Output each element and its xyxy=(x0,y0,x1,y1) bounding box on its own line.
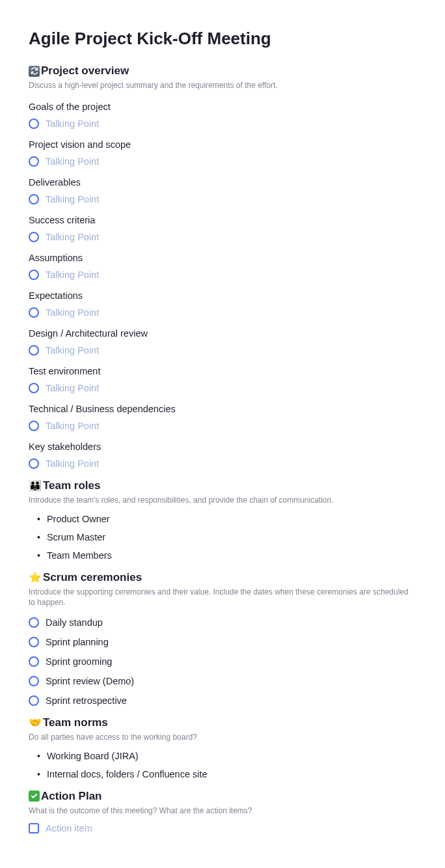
talking-point-row[interactable]: Talking Point xyxy=(29,307,416,318)
ceremony-label: Sprint review (Demo) xyxy=(46,676,134,686)
list-item: Working Board (JIRA) xyxy=(29,751,416,761)
section-team-norms-header: 🤝 Team norms xyxy=(29,716,416,729)
star-icon: ⭐ xyxy=(29,572,42,583)
radio-icon[interactable] xyxy=(29,637,39,647)
ceremony-row[interactable]: Sprint grooming xyxy=(29,656,416,667)
talking-point-placeholder[interactable]: Talking Point xyxy=(46,194,99,204)
talking-point-placeholder[interactable]: Talking Point xyxy=(46,345,99,356)
ceremony-row[interactable]: Daily standup xyxy=(29,617,416,628)
section-overview-title: Project overview xyxy=(41,64,129,77)
section-action-plan-desc: What is the outcome of this meeting? Wha… xyxy=(29,805,416,817)
radio-icon[interactable] xyxy=(29,307,39,318)
section-action-plan-title: Action Plan xyxy=(41,790,102,803)
talking-point-placeholder[interactable]: Talking Point xyxy=(46,232,99,242)
radio-icon[interactable] xyxy=(29,656,39,667)
ceremony-row[interactable]: Sprint planning xyxy=(29,637,416,647)
radio-icon[interactable] xyxy=(29,617,39,628)
overview-subheading: Design / Architectural review xyxy=(29,328,416,339)
talking-point-row[interactable]: Talking Point xyxy=(29,345,416,356)
section-ceremonies-desc: Introduce the supporting ceremonies and … xyxy=(29,587,416,609)
refresh-icon xyxy=(29,66,40,77)
talking-point-row[interactable]: Talking Point xyxy=(29,194,416,204)
overview-subheading: Goals of the project xyxy=(29,102,416,112)
talking-point-row[interactable]: Talking Point xyxy=(29,232,416,242)
overview-subheading: Project vision and scope xyxy=(29,139,416,150)
list-item: Team Members xyxy=(29,550,416,561)
overview-subheading: Test environment xyxy=(29,366,416,376)
talking-point-row[interactable]: Talking Point xyxy=(29,421,416,431)
talking-point-row[interactable]: Talking Point xyxy=(29,119,416,129)
ceremony-label: Daily standup xyxy=(46,617,103,628)
checkbox-icon[interactable] xyxy=(29,823,39,833)
section-team-norms-desc: Do all parties have access to the workin… xyxy=(29,732,416,743)
talking-point-placeholder[interactable]: Talking Point xyxy=(46,421,99,431)
overview-subheading: Success criteria xyxy=(29,215,416,225)
radio-icon[interactable] xyxy=(29,458,39,469)
section-team-roles-title: Team roles xyxy=(43,479,101,492)
ceremony-label: Sprint grooming xyxy=(46,656,112,667)
section-team-norms-title: Team norms xyxy=(43,716,108,729)
talking-point-row[interactable]: Talking Point xyxy=(29,383,416,393)
team-norms-list: Working Board (JIRA)Internal docs, folde… xyxy=(29,751,416,779)
section-team-roles-header: 👪 Team roles xyxy=(29,479,416,492)
talking-point-placeholder[interactable]: Talking Point xyxy=(46,307,99,318)
overview-subheading: Key stakeholders xyxy=(29,441,416,452)
section-action-plan-header: Action Plan xyxy=(29,790,416,803)
action-item-placeholder[interactable]: Action item xyxy=(46,823,92,833)
talking-point-placeholder[interactable]: Talking Point xyxy=(46,156,99,167)
talking-point-placeholder[interactable]: Talking Point xyxy=(46,270,99,280)
list-item: Product Owner xyxy=(29,514,416,524)
talking-point-placeholder[interactable]: Talking Point xyxy=(46,458,99,469)
ceremony-label: Sprint planning xyxy=(46,637,109,647)
ceremony-row[interactable]: Sprint retrospective xyxy=(29,695,416,706)
check-icon xyxy=(29,791,40,802)
talking-point-row[interactable]: Talking Point xyxy=(29,458,416,469)
list-item: Internal docs, folders / Confluence site xyxy=(29,769,416,779)
section-ceremonies-header: ⭐ Scrum ceremonies xyxy=(29,571,416,584)
radio-icon[interactable] xyxy=(29,421,39,431)
radio-icon[interactable] xyxy=(29,119,39,129)
ceremony-row[interactable]: Sprint review (Demo) xyxy=(29,676,416,686)
overview-subheading: Deliverables xyxy=(29,177,416,188)
overview-subheading: Expectations xyxy=(29,290,416,301)
talking-point-row[interactable]: Talking Point xyxy=(29,270,416,280)
section-overview-desc: Discuss a high-level project summary and… xyxy=(29,80,416,91)
list-item: Scrum Master xyxy=(29,532,416,542)
family-icon: 👪 xyxy=(29,481,42,491)
section-overview-header: Project overview xyxy=(29,64,416,77)
ceremony-label: Sprint retrospective xyxy=(46,695,127,706)
section-ceremonies-title: Scrum ceremonies xyxy=(43,571,142,584)
talking-point-row[interactable]: Talking Point xyxy=(29,156,416,167)
radio-icon[interactable] xyxy=(29,232,39,242)
action-item-row[interactable]: Action item xyxy=(29,823,416,833)
radio-icon[interactable] xyxy=(29,383,39,393)
radio-icon[interactable] xyxy=(29,156,39,167)
talking-point-placeholder[interactable]: Talking Point xyxy=(46,119,99,129)
page-title: Agile Project Kick-Off Meeting xyxy=(29,29,416,49)
radio-icon[interactable] xyxy=(29,676,39,686)
talking-point-placeholder[interactable]: Talking Point xyxy=(46,383,99,393)
team-roles-list: Product OwnerScrum MasterTeam Members xyxy=(29,514,416,561)
section-team-roles-desc: Introduce the team's roles, and responsi… xyxy=(29,495,416,506)
overview-subheading: Technical / Business dependencies xyxy=(29,404,416,414)
radio-icon[interactable] xyxy=(29,345,39,356)
radio-icon[interactable] xyxy=(29,270,39,280)
radio-icon[interactable] xyxy=(29,695,39,706)
overview-subheading: Assumptions xyxy=(29,253,416,263)
radio-icon[interactable] xyxy=(29,194,39,204)
handshake-icon: 🤝 xyxy=(29,718,42,728)
